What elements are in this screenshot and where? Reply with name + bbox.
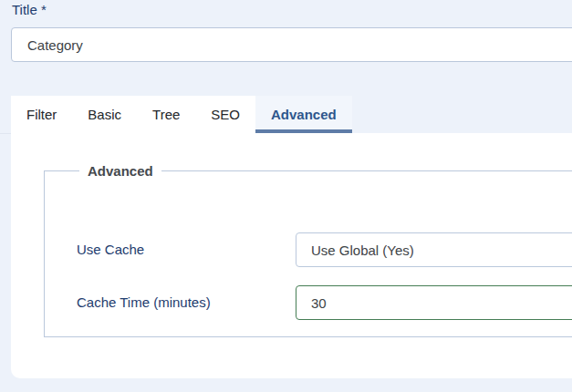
cache-time-label: Cache Time (minutes) — [77, 285, 296, 320]
use-cache-row: Use Cache Use Global (Yes) — [77, 232, 572, 267]
use-cache-label: Use Cache — [77, 232, 296, 267]
tab-content-panel: Advanced Use Cache Use Global (Yes) Cach… — [11, 133, 572, 378]
tab-bar: Filter Basic Tree SEO Advanced — [0, 96, 572, 134]
tab-seo[interactable]: SEO — [195, 96, 255, 133]
title-input[interactable] — [11, 27, 572, 62]
tab-basic[interactable]: Basic — [72, 96, 137, 133]
tab-advanced[interactable]: Advanced — [255, 96, 352, 133]
advanced-options-fieldset: Advanced Use Cache Use Global (Yes) Cach… — [44, 163, 572, 337]
fieldset-legend: Advanced — [79, 163, 161, 179]
tab-tree[interactable]: Tree — [137, 96, 195, 133]
tab-filter[interactable]: Filter — [11, 96, 72, 133]
cache-time-input[interactable] — [296, 285, 572, 320]
use-cache-select[interactable]: Use Global (Yes) — [296, 232, 572, 267]
tab-list: Filter Basic Tree SEO Advanced — [11, 96, 572, 133]
cache-time-row: Cache Time (minutes) — [77, 285, 572, 320]
title-field-label: Title * — [12, 2, 47, 17]
